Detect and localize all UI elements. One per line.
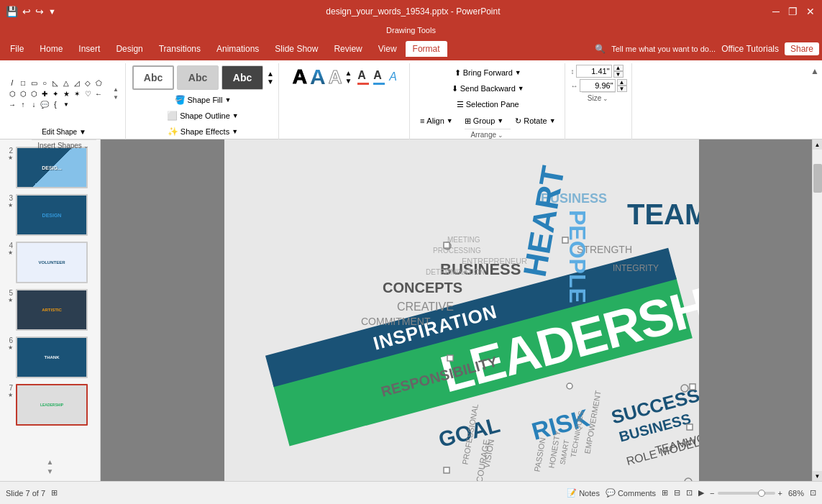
slide-thumb-5[interactable]: ARTISTIC [16, 289, 88, 331]
menu-animations[interactable]: Animations [209, 41, 266, 57]
tell-me-label[interactable]: Tell me what you want to do... [611, 45, 716, 53]
slide-item-5[interactable]: 5 ★ ARTISTIC [3, 288, 97, 332]
shape-oval[interactable]: ○ [40, 78, 50, 88]
wordart-letter-black[interactable]: A [293, 67, 307, 87]
slides-scroll-up[interactable]: ▲ [47, 458, 54, 466]
redo-icon[interactable]: ↪ [35, 6, 44, 17]
menu-format[interactable]: Format [406, 41, 447, 57]
shape-pent[interactable]: ⬠ [93, 78, 104, 88]
shape-iso-tri[interactable]: △ [61, 78, 71, 88]
shape-callout[interactable]: 💬 [40, 99, 50, 109]
align-button[interactable]: ≡ Align ▼ [416, 113, 457, 129]
zoom-out-button[interactable]: − [710, 489, 714, 498]
menu-view[interactable]: View [371, 41, 404, 57]
shape-line[interactable]: / [7, 78, 17, 88]
selection-pane-button[interactable]: ☰ Selection Pane [452, 96, 524, 112]
shape-more[interactable]: ▼ [61, 99, 71, 109]
slide-thumb-4[interactable]: VOLUNTEER [16, 242, 88, 283]
menu-design[interactable]: Design [109, 41, 150, 57]
slide-item-6[interactable]: 6 ★ THANK [3, 335, 97, 380]
shape-rt-tri2[interactable]: ◿ [72, 78, 82, 88]
v-scroll-up[interactable]: ▲ [813, 139, 823, 150]
wordart-outline-color[interactable]: A [373, 69, 385, 82]
wordart-fill-color[interactable]: A [357, 69, 369, 82]
shape-effects-button[interactable]: ✨ Shape Effects ▼ [163, 124, 242, 139]
slide-canvas[interactable]: LEADERSHIP INSPIRATION TEAMWORK BUSINESS… [224, 139, 699, 481]
shape-up-arrow[interactable]: ↑ [18, 99, 28, 109]
menu-home[interactable]: Home [32, 41, 70, 57]
menu-slideshow[interactable]: Slide Show [268, 41, 325, 57]
rotate-button[interactable]: ↻ Rotate ▼ [511, 113, 560, 129]
close-button[interactable]: ✕ [805, 6, 816, 17]
undo-icon[interactable]: ↩ [22, 6, 31, 17]
wordart-effects[interactable]: A [389, 70, 397, 83]
wordart-letter-blue[interactable]: A [310, 66, 326, 88]
shape-style-white[interactable]: Abc [132, 65, 174, 90]
fit-slide-button[interactable]: ⊡ [810, 488, 816, 498]
shape-heart[interactable]: ♡ [83, 88, 93, 98]
slide-layout-icon[interactable]: ⊞ [51, 488, 58, 498]
shape-outline-dropdown[interactable]: ▼ [232, 112, 239, 119]
v-scroll-track[interactable] [813, 150, 823, 471]
shape-styles-down[interactable]: ▼ [267, 78, 274, 86]
shape-star5[interactable]: ★ [61, 88, 71, 98]
zoom-in-button[interactable]: + [778, 489, 782, 498]
slide-item-2[interactable]: 2 ★ DESIG... [3, 145, 97, 190]
shape-rounded-rect[interactable]: ▭ [29, 78, 39, 88]
shape-style-dark[interactable]: Abc [222, 65, 263, 90]
shape-hept[interactable]: ⬡ [18, 88, 28, 98]
shape-hex[interactable]: ⬡ [7, 88, 17, 98]
arrange-expand[interactable]: ⌄ [496, 131, 505, 139]
height-input[interactable] [576, 65, 612, 78]
send-backward-dropdown[interactable]: ▼ [518, 85, 524, 92]
shape-rect[interactable]: □ [18, 78, 28, 88]
zoom-thumb[interactable] [758, 490, 765, 497]
collapse-ribbon-button[interactable]: ▲ [810, 66, 819, 76]
shape-fill-dropdown[interactable]: ▼ [224, 96, 231, 104]
view-normal-button[interactable]: ⊞ [662, 488, 668, 498]
shape-down-arrow[interactable]: ↓ [29, 99, 39, 109]
slide-item-7[interactable]: 7 ★ LEADERSHIP [3, 382, 97, 427]
slide-thumb-7[interactable]: LEADERSHIP [16, 384, 88, 426]
save-icon[interactable]: 💾 [6, 6, 18, 17]
send-backward-button[interactable]: ⬇ Send Backward ▼ [447, 81, 529, 96]
menu-transitions[interactable]: Transitions [152, 41, 208, 57]
edit-shape-button[interactable]: Edit Shape ▼ [37, 124, 91, 139]
slide-thumb-2[interactable]: DESIG... [16, 147, 88, 188]
shape-styles-up[interactable]: ▲ [267, 70, 274, 78]
comments-button[interactable]: 💬 Comments [606, 488, 656, 498]
bring-forward-button[interactable]: ⬆ Bring Forward ▼ [450, 65, 526, 81]
bring-forward-dropdown[interactable]: ▼ [515, 69, 521, 76]
slide-item-4[interactable]: 4 ★ VOLUNTEER [3, 240, 97, 285]
shape-star6[interactable]: ✶ [72, 88, 82, 98]
shape-cross[interactable]: ✚ [40, 88, 50, 98]
share-button[interactable]: Share [785, 42, 819, 55]
wordart-letter-outline[interactable]: A [329, 68, 342, 86]
shape-effects-dropdown[interactable]: ▼ [232, 128, 238, 135]
shapes-scroll[interactable]: ▲ ▼ [111, 88, 121, 98]
shape-diamond[interactable]: ◇ [83, 78, 93, 88]
v-scroll-down[interactable]: ▼ [813, 471, 823, 481]
v-scroll-thumb[interactable] [813, 164, 822, 193]
shape-style-gray[interactable]: Abc [177, 65, 219, 90]
restore-button[interactable]: ❐ [787, 6, 799, 17]
shape-lt-arrow[interactable]: ← [93, 88, 104, 98]
customize-icon[interactable]: ▼ [48, 7, 56, 16]
view-slide-sorter-button[interactable]: ⊟ [674, 488, 680, 498]
align-dropdown[interactable]: ▼ [447, 117, 453, 124]
shape-fill-button[interactable]: 🪣 Shape Fill ▼ [170, 92, 236, 108]
slide-thumb-6[interactable]: THANK [16, 336, 88, 378]
shape-curly[interactable]: { [50, 99, 60, 109]
shape-star4[interactable]: ✦ [50, 88, 60, 98]
menu-insert[interactable]: Insert [71, 41, 107, 57]
zoom-track[interactable] [718, 492, 775, 495]
minimize-button[interactable]: ─ [770, 6, 782, 17]
height-up[interactable]: ▲ [613, 65, 624, 71]
width-input[interactable] [580, 79, 616, 92]
slide-thumb-3[interactable]: DESIGN [16, 194, 88, 236]
notes-button[interactable]: 📝 Notes [567, 488, 600, 498]
slideshow-button[interactable]: ▶ [698, 488, 704, 498]
menu-file[interactable]: File [3, 41, 31, 57]
shape-oct[interactable]: ⬡ [29, 88, 39, 98]
group-button[interactable]: ⊞ Group ▼ [460, 113, 508, 129]
